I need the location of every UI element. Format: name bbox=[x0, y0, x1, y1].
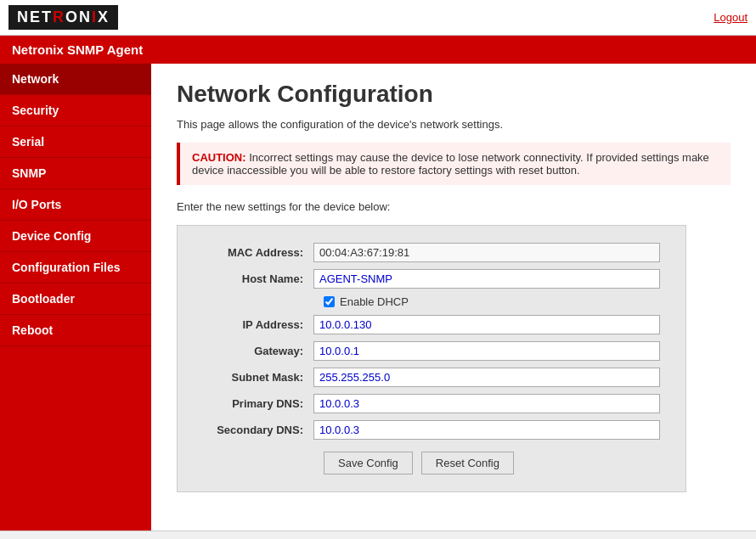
enable-dhcp-checkbox[interactable] bbox=[324, 296, 335, 307]
mac-address-row: MAC Address: bbox=[203, 243, 660, 262]
logo: NETRONIX bbox=[8, 5, 118, 30]
ip-address-label: IP Address: bbox=[203, 318, 313, 331]
logout-link[interactable]: Logout bbox=[714, 11, 748, 24]
gateway-input[interactable] bbox=[313, 341, 660, 361]
sidebar-item-network[interactable]: Network bbox=[0, 64, 151, 95]
subnet-mask-label: Subnet Mask: bbox=[203, 371, 313, 384]
sidebar-item-security[interactable]: Security bbox=[0, 95, 151, 126]
gateway-row: Gateway: bbox=[203, 341, 660, 361]
buttons-row: Save Config Reset Config bbox=[324, 452, 660, 474]
enable-dhcp-row: Enable DHCP bbox=[324, 295, 660, 308]
app-title-bar: Netronix SNMP Agent bbox=[0, 36, 756, 64]
sidebar-item-configuration-files[interactable]: Configuration Files bbox=[0, 252, 151, 284]
enable-dhcp-label: Enable DHCP bbox=[340, 295, 409, 308]
caution-text: Incorrect settings may cause the device … bbox=[192, 151, 709, 177]
enter-settings-text: Enter the new settings for the device be… bbox=[177, 200, 731, 213]
primary-dns-input[interactable] bbox=[313, 394, 660, 413]
secondary-dns-row: Secondary DNS: bbox=[203, 420, 660, 440]
reset-config-button[interactable]: Reset Config bbox=[421, 452, 514, 474]
sidebar: Network Security Serial SNMP I/O Ports D… bbox=[0, 64, 151, 531]
subnet-mask-row: Subnet Mask: bbox=[203, 368, 660, 387]
app-title-text: Netronix SNMP Agent bbox=[12, 42, 143, 57]
sidebar-item-snmp[interactable]: SNMP bbox=[0, 158, 151, 189]
primary-dns-row: Primary DNS: bbox=[203, 394, 660, 413]
sidebar-item-io-ports[interactable]: I/O Ports bbox=[0, 189, 151, 221]
layout: Network Security Serial SNMP I/O Ports D… bbox=[0, 64, 756, 531]
mac-address-label: MAC Address: bbox=[203, 246, 313, 259]
caution-label: CAUTION: bbox=[192, 151, 246, 164]
sidebar-item-serial[interactable]: Serial bbox=[0, 126, 151, 158]
caution-box: CAUTION: Incorrect settings may cause th… bbox=[177, 143, 731, 185]
host-name-row: Host Name: bbox=[203, 269, 660, 289]
page-title: Network Configuration bbox=[177, 81, 731, 108]
main-content: Network Configuration This page allows t… bbox=[151, 64, 756, 531]
secondary-dns-label: Secondary DNS: bbox=[203, 424, 313, 436]
gateway-label: Gateway: bbox=[203, 345, 313, 357]
page-description: This page allows the configuration of th… bbox=[177, 118, 731, 131]
mac-address-input[interactable] bbox=[313, 243, 660, 262]
host-name-input[interactable] bbox=[313, 269, 660, 289]
logo-text: NETRONIX bbox=[17, 8, 110, 26]
secondary-dns-input[interactable] bbox=[313, 420, 660, 440]
primary-dns-label: Primary DNS: bbox=[203, 397, 313, 410]
subnet-mask-input[interactable] bbox=[313, 368, 660, 387]
ip-address-row: IP Address: bbox=[203, 315, 660, 334]
save-config-button[interactable]: Save Config bbox=[324, 452, 413, 474]
ip-address-input[interactable] bbox=[313, 315, 660, 334]
footer: Copyright © 2012 Netronix bbox=[0, 531, 756, 539]
sidebar-item-device-config[interactable]: Device Config bbox=[0, 221, 151, 252]
host-name-label: Host Name: bbox=[203, 272, 313, 285]
sidebar-item-reboot[interactable]: Reboot bbox=[0, 315, 151, 346]
top-bar: NETRONIX Logout bbox=[0, 0, 756, 36]
form-container: MAC Address: Host Name: Enable DHCP IP A… bbox=[177, 225, 686, 492]
sidebar-item-bootloader[interactable]: Bootloader bbox=[0, 284, 151, 315]
